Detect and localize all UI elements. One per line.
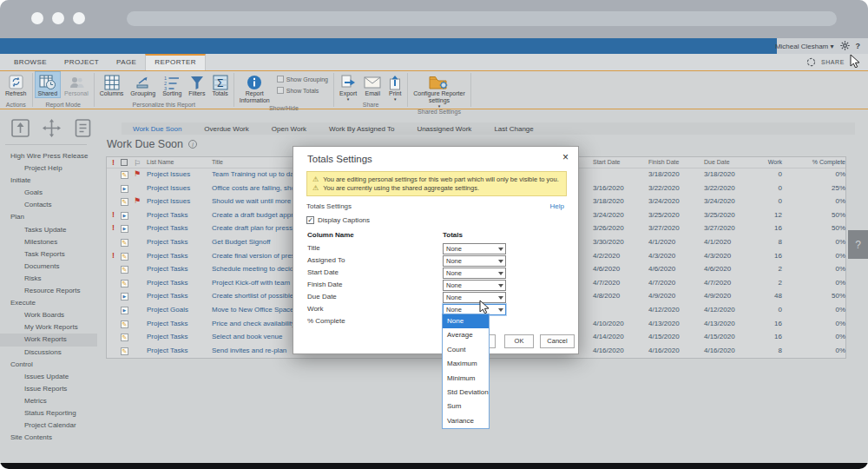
email-button[interactable]: Email bbox=[360, 71, 385, 98]
due-date-cell: 3/22/2020 bbox=[704, 184, 735, 192]
report-tab-last-change[interactable]: Last Change bbox=[483, 125, 544, 133]
due-date-totals-select[interactable]: None bbox=[443, 292, 506, 303]
window-control-dot[interactable] bbox=[73, 12, 85, 24]
sidebar-item-goals[interactable]: Goals bbox=[0, 187, 97, 199]
promote-icon[interactable] bbox=[10, 118, 30, 142]
tabrow-right: SHARE bbox=[806, 54, 861, 70]
cancel-button[interactable]: Cancel bbox=[540, 334, 575, 348]
title-totals-select[interactable]: None bbox=[443, 243, 506, 254]
button-label: Refresh bbox=[5, 90, 27, 97]
sidebar-item-project-calendar[interactable]: Project Calendar bbox=[0, 419, 97, 432]
show-grouping-checkbox[interactable]: Show Grouping bbox=[277, 76, 328, 83]
totals-button[interactable]: ΣTotals bbox=[208, 71, 231, 98]
sidebar-item-site-contents[interactable]: Site Contents bbox=[0, 432, 97, 444]
finish-date-totals-select[interactable]: None bbox=[443, 280, 506, 291]
note-icon[interactable] bbox=[73, 118, 93, 142]
sidebar-item-control[interactable]: Control bbox=[0, 359, 97, 371]
sidebar-item-work-reports[interactable]: Work Reports bbox=[0, 334, 97, 346]
ribbon-tab-page[interactable]: PAGE bbox=[108, 54, 145, 70]
gear-icon[interactable] bbox=[840, 41, 850, 52]
start-date-totals-select[interactable]: None bbox=[443, 268, 506, 279]
percent-complete-cell: 50% bbox=[792, 211, 845, 219]
help-flyout-tab[interactable]: ? bbox=[848, 230, 868, 259]
personal-button[interactable]: Personal bbox=[61, 71, 92, 98]
column-header-list-name[interactable]: List Name bbox=[147, 159, 174, 165]
sidebar-item-initiate[interactable]: Initiate bbox=[0, 175, 97, 187]
report-tab-unassigned-work[interactable]: Unassigned Work bbox=[405, 125, 483, 133]
page-title: Work Due Soon i bbox=[107, 138, 197, 150]
sidebar-item-execute[interactable]: Execute bbox=[0, 297, 97, 309]
close-icon[interactable]: × bbox=[562, 152, 569, 162]
report-tab-open-work[interactable]: Open Work bbox=[260, 125, 318, 133]
configure-reporter-settings-button[interactable]: Configure Reportersettings▾ bbox=[410, 71, 469, 109]
dropdown-option-count[interactable]: Count bbox=[443, 343, 489, 357]
sidebar-item-status-reporting[interactable]: Status Reporting bbox=[0, 407, 97, 419]
ribbon-tab-project[interactable]: PROJECT bbox=[56, 54, 108, 70]
sidebar-item-task-reports[interactable]: Task Reports bbox=[0, 248, 97, 261]
window-control-dot[interactable] bbox=[31, 12, 43, 24]
column-header-start-date[interactable]: Start Date bbox=[593, 159, 621, 165]
ribbon-tab-browse[interactable]: BROWSE bbox=[5, 54, 56, 70]
column-header-percent-complete[interactable]: % Complete bbox=[792, 159, 845, 165]
grouping-button[interactable]: Grouping bbox=[127, 71, 159, 98]
filters-button[interactable]: Filters bbox=[185, 71, 208, 98]
sidebar-item-issue-reports[interactable]: Issue Reports bbox=[0, 383, 97, 395]
columns-button[interactable]: Columns bbox=[96, 71, 128, 98]
info-icon[interactable]: i bbox=[188, 140, 197, 149]
dropdown-option-std-deviation[interactable]: Std Deviation bbox=[443, 386, 489, 400]
ok-button[interactable]: OK bbox=[504, 334, 534, 348]
shared-button[interactable]: Shared bbox=[35, 71, 62, 98]
refresh-button[interactable]: Refresh bbox=[2, 71, 30, 98]
address-bar[interactable] bbox=[127, 11, 837, 26]
start-date-cell: 3/26/2020 bbox=[593, 224, 624, 232]
sidebar-item-discussions[interactable]: Discussions bbox=[0, 347, 97, 359]
export-button[interactable]: Export▾ bbox=[336, 71, 360, 102]
dropdown-option-maximum[interactable]: Maximum bbox=[443, 357, 489, 371]
sidebar-item-high-wire-press-release[interactable]: High Wire Press Release bbox=[0, 150, 97, 162]
percent-complete-cell: 0% bbox=[792, 238, 845, 246]
dropdown-option-sum[interactable]: Sum bbox=[443, 400, 489, 413]
dropdown-option-minimum[interactable]: Minimum bbox=[443, 372, 489, 386]
report-tab-overdue-work[interactable]: Overdue Work bbox=[193, 125, 260, 133]
column-header-due-date[interactable]: Due Date bbox=[704, 159, 730, 165]
ribbon-tab-reporter[interactable]: REPORTER bbox=[145, 54, 206, 70]
finish-date-cell: 3/24/2020 bbox=[648, 197, 680, 205]
edit-item-icon: ✎ bbox=[121, 347, 128, 355]
sidebar-item-resource-reports[interactable]: Resource Reports bbox=[0, 285, 97, 297]
sidebar-item-metrics[interactable]: Metrics bbox=[0, 395, 97, 407]
sidebar-item-risks[interactable]: Risks bbox=[0, 273, 97, 285]
column-header-work[interactable]: Work bbox=[740, 159, 782, 165]
sidebar-item-contacts[interactable]: Contacts bbox=[0, 199, 97, 211]
sidebar-item-tasks-update[interactable]: Tasks Update bbox=[0, 224, 97, 236]
display-captions-checkbox[interactable]: ✓ bbox=[306, 216, 314, 224]
report-information-button[interactable]: ReportInformation bbox=[236, 71, 273, 105]
print-button[interactable]: Print▾ bbox=[385, 71, 405, 102]
user-menu[interactable]: Micheal Clesham ▾ bbox=[775, 43, 834, 50]
sidebar-item-my-work-reports[interactable]: My Work Reports bbox=[0, 321, 97, 334]
sidebar-item-work-boards[interactable]: Work Boards bbox=[0, 309, 97, 321]
dropdown-option-average[interactable]: Average bbox=[443, 328, 489, 342]
window-control-dot[interactable] bbox=[52, 12, 64, 24]
flag-column-icon[interactable]: ⚐ bbox=[134, 159, 141, 168]
show-totals-checkbox[interactable]: Show Totals bbox=[277, 87, 328, 94]
share-button[interactable]: SHARE bbox=[821, 59, 845, 65]
checkbox-column-icon[interactable] bbox=[121, 159, 128, 166]
sidebar-item-issues-update[interactable]: Issues Update bbox=[0, 371, 97, 383]
assigned-to-totals-select[interactable]: None bbox=[443, 255, 506, 267]
focus-mode-icon[interactable] bbox=[850, 54, 861, 71]
move-icon[interactable] bbox=[42, 118, 62, 142]
column-header-title[interactable]: Title bbox=[212, 159, 223, 165]
report-tab-work-by-assigned-to[interactable]: Work By Assigned To bbox=[318, 125, 405, 133]
help-link[interactable]: Help bbox=[550, 202, 564, 210]
dropdown-option-variance[interactable]: Variance bbox=[443, 414, 489, 428]
help-icon[interactable]: ? bbox=[856, 42, 861, 50]
report-tab-work-due-soon[interactable]: Work Due Soon bbox=[122, 125, 193, 133]
priority-column-icon[interactable]: ! bbox=[112, 158, 119, 167]
sorting-button[interactable]: 123Sorting bbox=[159, 71, 185, 98]
column-header-finish-date[interactable]: Finish Date bbox=[648, 159, 679, 165]
edit-item-icon: ✎ bbox=[121, 266, 128, 274]
sidebar-item-milestones[interactable]: Milestones bbox=[0, 236, 97, 248]
sidebar-item-plan[interactable]: Plan bbox=[0, 211, 97, 223]
sidebar-item-documents[interactable]: Documents bbox=[0, 261, 97, 273]
sidebar-item-project-help[interactable]: Project Help bbox=[0, 162, 97, 175]
